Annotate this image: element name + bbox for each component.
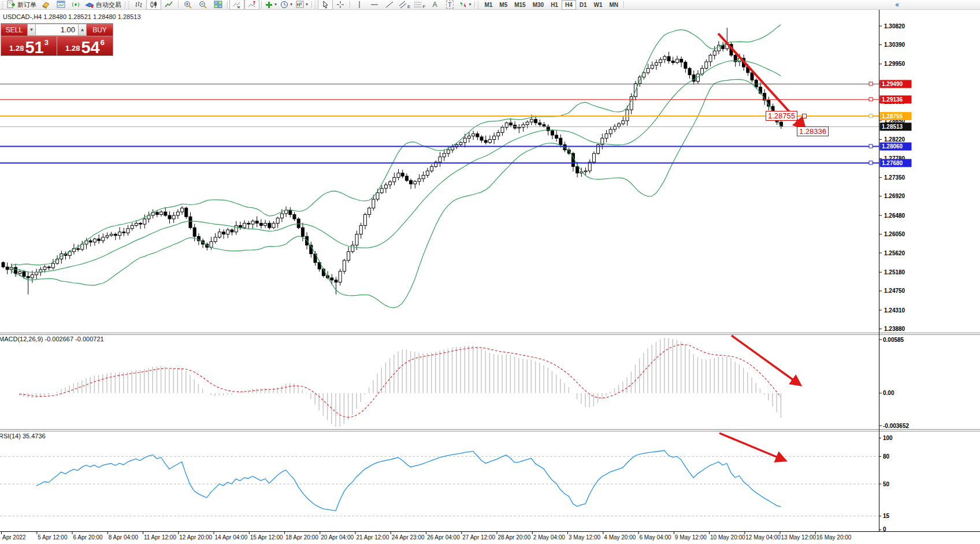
buy-price-display[interactable]: 1.28546	[57, 36, 113, 55]
chart-canvas[interactable]: 1.308201.303901.299501.295101.290801.286…	[0, 0, 980, 544]
gold-ingot-icon	[42, 1, 50, 9]
horizontal-line-tool[interactable]	[367, 0, 382, 10]
autotrade-button[interactable]: 自动交易	[83, 0, 123, 10]
toolbar-overflow-icon[interactable]: «	[895, 1, 899, 9]
mt4-window: { "toolbar": { "new_order_label": "新订单",…	[0, 0, 980, 544]
new-chart-button[interactable]	[53, 0, 68, 10]
separator	[623, 1, 624, 9]
price-annotation-1[interactable]: 1.28755	[766, 111, 797, 121]
sell-price-display[interactable]: 1.28513	[1, 36, 57, 55]
svg-text:6 May 04:00: 6 May 04:00	[640, 534, 671, 541]
date-axis[interactable]: Apr 20225 Apr 12:006 Apr 20:008 Apr 04:0…	[2, 532, 852, 541]
vertical-line-tool[interactable]	[352, 0, 367, 10]
channel-tag: E	[407, 4, 410, 9]
svg-text:26 Apr 04:00: 26 Apr 04:00	[427, 534, 460, 541]
svg-text:8 Apr 04:00: 8 Apr 04:00	[109, 534, 139, 541]
template-icon	[296, 1, 304, 9]
arrows-tool[interactable]: ▾	[457, 0, 473, 10]
chart-shift-button[interactable]	[244, 0, 259, 10]
timeframe-D1[interactable]: D1	[576, 0, 591, 10]
toolbar-grip	[2, 1, 3, 9]
trend-arrows[interactable]	[718, 33, 804, 460]
svg-text:6 Apr 20:00: 6 Apr 20:00	[73, 534, 103, 541]
candlestick-chart-button[interactable]	[146, 0, 161, 10]
ea-hat-icon	[85, 1, 94, 9]
fibonacci-tool[interactable]: F	[412, 0, 427, 10]
volume-input[interactable]: 1.00	[36, 24, 78, 36]
timeframe-M5[interactable]: M5	[496, 0, 511, 10]
volume-decrease-button[interactable]: ▼	[27, 24, 36, 36]
zoom-in-icon	[184, 1, 192, 9]
buy-button[interactable]: BUY	[87, 24, 113, 36]
trendline-tool[interactable]	[382, 0, 397, 10]
timeframe-M15[interactable]: M15	[511, 0, 529, 10]
horizontal-line-icon	[370, 1, 378, 8]
svg-text:1.24750: 1.24750	[884, 288, 905, 294]
buy-price-small: 1.28	[65, 44, 80, 53]
text-label-tool[interactable]: T	[442, 0, 457, 10]
svg-text:1.26920: 1.26920	[884, 193, 905, 199]
bar-chart-icon	[135, 1, 143, 9]
cursor-button[interactable]	[318, 0, 333, 10]
timeframe-M30[interactable]: M30	[529, 0, 547, 10]
tile-windows-button[interactable]	[210, 0, 225, 10]
svg-text:1.27350: 1.27350	[884, 174, 905, 181]
svg-text:27 Apr 12:00: 27 Apr 12:00	[462, 534, 495, 541]
svg-text:1.29490: 1.29490	[882, 81, 903, 87]
chart-shift-icon	[248, 1, 256, 9]
timeframe-MN[interactable]: MN	[606, 0, 622, 10]
bollinger-bands	[11, 25, 781, 308]
periods-button[interactable]: ▾	[279, 0, 294, 10]
new-order-button[interactable]: 新订单	[5, 0, 38, 10]
bar-chart-button[interactable]	[131, 0, 146, 10]
sell-button[interactable]: SELL	[1, 24, 27, 36]
zoom-in-button[interactable]	[180, 0, 195, 10]
macd-panel	[20, 338, 781, 427]
templates-button[interactable]: ▾	[294, 0, 310, 10]
svg-text:4 May 20:00: 4 May 20:00	[604, 534, 636, 541]
svg-text:1.30820: 1.30820	[884, 23, 905, 29]
svg-text:Apr 2022: Apr 2022	[2, 534, 26, 541]
svg-text:24 Apr 23:00: 24 Apr 23:00	[392, 534, 425, 541]
auto-scroll-button[interactable]	[229, 0, 244, 10]
svg-text:100: 100	[883, 435, 893, 441]
separator	[125, 1, 125, 9]
crosshair-button[interactable]	[333, 0, 348, 10]
text-tool-icon: A	[432, 1, 437, 9]
panel-borders	[0, 10, 980, 532]
sell-price-pip: 3	[44, 38, 49, 47]
chevron-down-icon: ▾	[469, 2, 471, 7]
separator	[350, 1, 350, 9]
trendline-icon	[385, 1, 394, 9]
chevron-down-icon: ▾	[306, 2, 308, 7]
svg-text:3 May 12:00: 3 May 12:00	[569, 534, 600, 541]
annotation-anchor[interactable]	[802, 114, 807, 118]
line-chart-button[interactable]	[161, 0, 176, 10]
svg-text:1.25180: 1.25180	[884, 269, 905, 275]
price-annotation-2[interactable]: 1.28336	[797, 126, 829, 136]
timeframe-H1[interactable]: H1	[547, 0, 562, 10]
sell-price-big: 51	[25, 40, 43, 55]
horizontal-level-lines[interactable]	[0, 82, 879, 165]
indicators-button[interactable]: ▾	[263, 0, 279, 10]
timeframe-H4[interactable]: H4	[562, 0, 576, 10]
zoom-out-icon	[199, 1, 207, 9]
candlestick-series	[2, 28, 782, 295]
svg-text:1.23880: 1.23880	[884, 326, 905, 332]
gold-ingot-button[interactable]	[38, 0, 53, 10]
text-tool[interactable]: A	[427, 0, 442, 10]
volume-increase-button[interactable]: ▲	[78, 24, 87, 36]
candlestick-chart-icon	[150, 1, 158, 9]
timeframe-toolbar: M1M5M15M30H1H4D1W1MN	[481, 0, 622, 10]
crosshair-icon	[336, 1, 344, 9]
toolbar-grip	[128, 1, 129, 9]
one-click-trading-panel: SELL ▼ 1.00 ▲ BUY 1.28513 1.28546	[1, 23, 113, 56]
signals-button[interactable]	[68, 0, 83, 10]
zoom-out-button[interactable]	[195, 0, 210, 10]
equidistant-channel-tool[interactable]: E	[397, 0, 412, 10]
timeframe-M1[interactable]: M1	[481, 0, 496, 10]
svg-text:9 May 12:00: 9 May 12:00	[675, 534, 707, 541]
fibo-tag: F	[422, 4, 425, 9]
timeframe-W1[interactable]: W1	[591, 0, 606, 10]
svg-text:0.00585: 0.00585	[883, 337, 904, 343]
